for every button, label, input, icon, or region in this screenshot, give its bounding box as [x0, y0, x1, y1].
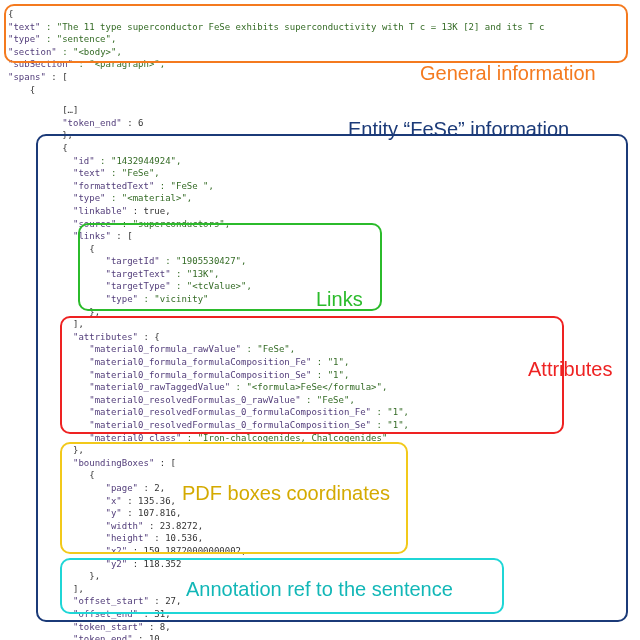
entity-text: "text" : "FeSe", [8, 167, 632, 180]
links-targettype: "targetType" : "<tcValue>", [8, 280, 632, 293]
code-block: { "text" : "The 11 type superconductor F… [8, 8, 632, 640]
ann-offset-end: "offset_end" : 31, [8, 608, 632, 621]
entity-source: "source" : "superconductors", [8, 218, 632, 231]
entity-linkable: "linkable" : true, [8, 205, 632, 218]
ann-offset-start: "offset_start" : 27, [8, 595, 632, 608]
bbox-x2: "x2" : 159.18720000000002, [8, 545, 632, 558]
attr-comp-se: "material0_formula_formulaComposition_Se… [8, 369, 632, 382]
attr-class: "material0_class" : "Iron-chalcogenides,… [8, 432, 632, 445]
bbox-page: "page" : 2, [8, 482, 632, 495]
entity-id: "id" : "1432944924", [8, 155, 632, 168]
bbox-width: "width" : 23.8272, [8, 520, 632, 533]
links-header: "links" : [ [8, 230, 632, 243]
brace: { [8, 84, 632, 97]
attr-comp-fe: "material0_formula_formulaComposition_Fe… [8, 356, 632, 369]
attr-rawvalue: "material0_formula_rawValue" : "FeSe", [8, 343, 632, 356]
bbox-y2: "y2" : 118.352 [8, 558, 632, 571]
attr-rawtagged: "material0_rawTaggedValue" : "<formula>F… [8, 381, 632, 394]
attrs-header: "attributes" : { [8, 331, 632, 344]
ann-token-end: "token_end" : 10 [8, 633, 632, 640]
entity-formattedtext: "formattedText" : "FeSe ", [8, 180, 632, 193]
links-targetid: "targetId" : "1905530427", [8, 255, 632, 268]
bbox-header: "boundingBoxes" : [ [8, 457, 632, 470]
general-type: "type" : "sentence", [8, 33, 632, 46]
ellipsis: […] [8, 104, 632, 117]
attr-resolved-fe: "material0_resolvedFormulas_0_formulaCom… [8, 406, 632, 419]
entity-open: }, [8, 129, 632, 142]
token-end-6: "token_end" : 6 [8, 117, 632, 130]
general-text: "text" : "The 11 type superconductor FeS… [8, 21, 632, 34]
bbox-x: "x" : 135.36, [8, 495, 632, 508]
bbox-height: "height" : 10.536, [8, 532, 632, 545]
general-section: "section" : "<body>", [8, 46, 632, 59]
attr-resolved-raw: "material0_resolvedFormulas_0_rawValue" … [8, 394, 632, 407]
links-type: "type" : "vicinity" [8, 293, 632, 306]
attr-resolved-se: "material0_resolvedFormulas_0_formulaCom… [8, 419, 632, 432]
bbox-y: "y" : 107.816, [8, 507, 632, 520]
ann-token-start: "token_start" : 8, [8, 621, 632, 634]
entity-type: "type" : "<material>", [8, 192, 632, 205]
links-targettext: "targetText" : "13K", [8, 268, 632, 281]
spans-key: "spans" : [ [8, 71, 632, 84]
general-subsection: "subSection" : "<paragraph>", [8, 58, 632, 71]
brace-open: { [8, 8, 632, 21]
